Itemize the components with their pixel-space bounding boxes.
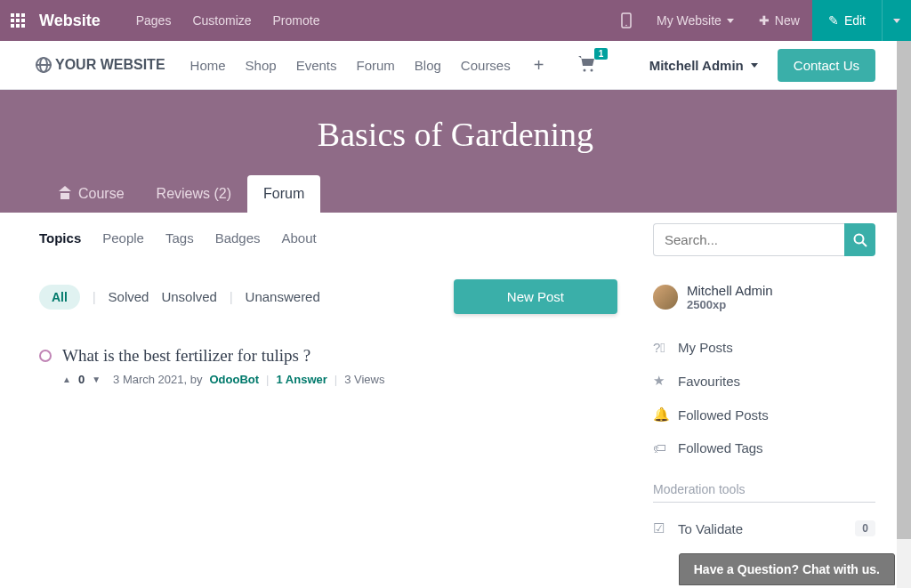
filter-solved[interactable]: Solved xyxy=(109,289,149,304)
cart-button[interactable]: 1 xyxy=(577,55,597,76)
downvote-icon[interactable]: ▼ xyxy=(92,375,101,384)
svg-point-3 xyxy=(591,68,593,71)
post-date: 3 March 2021, by xyxy=(113,373,202,386)
scrollbar-thumb[interactable] xyxy=(897,41,911,539)
brand-label[interactable]: Website xyxy=(39,12,101,30)
edit-label: Edit xyxy=(844,13,866,28)
chat-widget[interactable]: Have a Question? Chat with us. xyxy=(679,553,895,585)
cart-badge: 1 xyxy=(594,48,609,60)
globe-icon xyxy=(36,57,52,73)
site-nav: YOUR WEBSITE Home Shop Events Forum Blog… xyxy=(0,41,911,90)
post-title[interactable]: What is the best fertilizer for tulips ? xyxy=(62,346,617,366)
moderation-title: Moderation tools xyxy=(653,482,875,503)
site-logo[interactable]: YOUR WEBSITE xyxy=(36,57,165,73)
validate-count: 0 xyxy=(855,520,875,536)
post-author[interactable]: OdooBot xyxy=(210,373,260,386)
sidebar-followed-tags[interactable]: 🏷Followed Tags xyxy=(653,431,875,464)
sidebar-to-validate[interactable]: ☑To Validate0 xyxy=(653,511,875,545)
subnav-topics[interactable]: Topics xyxy=(39,230,81,246)
tab-course[interactable]: Course xyxy=(43,175,141,213)
caret-down-icon xyxy=(893,19,900,23)
sidebar-favourites[interactable]: ★Favourites xyxy=(653,364,875,398)
logo-text: YOUR WEBSITE xyxy=(55,57,165,73)
menu-customize[interactable]: Customize xyxy=(192,13,251,28)
apps-icon[interactable] xyxy=(11,13,25,28)
page-title: Basics of Gardening xyxy=(0,115,911,175)
nav-shop[interactable]: Shop xyxy=(246,58,277,73)
sidebar-label: Followed Tags xyxy=(678,440,763,455)
nav-blog[interactable]: Blog xyxy=(415,58,441,73)
post-views: 3 Views xyxy=(344,373,384,386)
scrollbar[interactable] xyxy=(897,41,911,588)
tab-reviews[interactable]: Reviews (2) xyxy=(141,175,247,213)
search-input[interactable] xyxy=(653,223,844,256)
hero-tabs: Course Reviews (2) Forum xyxy=(0,175,911,213)
admin-top-bar: Website Pages Customize Promote My Websi… xyxy=(0,0,911,41)
question-icon: ?⃝ xyxy=(653,340,667,355)
sidebar-my-posts[interactable]: ?⃝My Posts xyxy=(653,331,875,364)
subnav-tags[interactable]: Tags xyxy=(165,230,194,246)
separator: | xyxy=(230,290,233,304)
plus-icon: ✚ xyxy=(759,13,770,28)
contact-button[interactable]: Contact Us xyxy=(778,49,875,82)
search-wrap xyxy=(653,223,875,256)
svg-point-1 xyxy=(625,25,627,27)
filter-row: All | Solved Unsolved | Unanswered New P… xyxy=(39,267,617,346)
profile-widget[interactable]: Mitchell Admin 2500xp xyxy=(653,283,875,311)
star-icon: ★ xyxy=(653,373,667,389)
tab-forum[interactable]: Forum xyxy=(247,175,320,213)
menu-promote[interactable]: Promote xyxy=(273,13,320,28)
sidebar-label: To Validate xyxy=(678,521,743,536)
search-button[interactable] xyxy=(844,223,875,256)
tab-course-label: Course xyxy=(78,186,125,202)
check-icon: ☑ xyxy=(653,520,667,536)
filter-unsolved[interactable]: Unsolved xyxy=(161,289,217,304)
edit-button[interactable]: ✎Edit xyxy=(812,0,882,41)
nav-home[interactable]: Home xyxy=(190,58,226,73)
nav-add-icon[interactable]: + xyxy=(534,55,544,76)
hero-section: Basics of Gardening Course Reviews (2) F… xyxy=(0,90,911,213)
my-website-dropdown[interactable]: My Website xyxy=(644,0,746,41)
main-column: Topics People Tags Badges About All | So… xyxy=(39,223,617,545)
new-label: New xyxy=(775,13,800,28)
svg-line-5 xyxy=(862,242,867,246)
caret-down-icon xyxy=(751,63,758,68)
upvote-icon[interactable]: ▲ xyxy=(62,375,71,384)
edit-dropdown[interactable] xyxy=(882,0,911,41)
profile-name: Mitchell Admin xyxy=(687,283,773,298)
subnav-about[interactable]: About xyxy=(282,230,317,246)
bell-icon: 🔔 xyxy=(653,407,667,423)
nav-forum[interactable]: Forum xyxy=(356,58,394,73)
mobile-preview-icon[interactable] xyxy=(609,0,644,41)
svg-point-4 xyxy=(854,234,863,243)
top-menu: Pages Customize Promote xyxy=(136,13,609,28)
content: Topics People Tags Badges About All | So… xyxy=(0,213,911,545)
sidebar: Mitchell Admin 2500xp ?⃝My Posts ★Favour… xyxy=(653,223,875,545)
sidebar-label: My Posts xyxy=(678,340,733,355)
user-dropdown[interactable]: Mitchell Admin xyxy=(649,58,758,73)
post-status-icon xyxy=(39,350,52,362)
profile-xp: 2500xp xyxy=(687,298,773,311)
subnav-people[interactable]: People xyxy=(102,230,144,246)
separator: | xyxy=(335,373,337,386)
home-icon xyxy=(59,189,71,199)
sidebar-label: Favourites xyxy=(678,374,740,389)
top-right: My Website ✚New ✎Edit xyxy=(609,0,911,41)
new-button[interactable]: ✚New xyxy=(746,0,812,41)
vote-count: 0 xyxy=(78,373,85,386)
sidebar-followed-posts[interactable]: 🔔Followed Posts xyxy=(653,398,875,431)
post-answers[interactable]: 1 Answer xyxy=(276,373,327,386)
svg-point-2 xyxy=(584,68,586,71)
menu-pages[interactable]: Pages xyxy=(136,13,172,28)
separator: | xyxy=(266,373,269,386)
nav-courses[interactable]: Courses xyxy=(461,58,511,73)
filter-unanswered[interactable]: Unanswered xyxy=(246,289,320,304)
pencil-icon: ✎ xyxy=(828,13,839,28)
nav-events[interactable]: Events xyxy=(296,58,337,73)
new-post-button[interactable]: New Post xyxy=(454,279,617,314)
forum-post: What is the best fertilizer for tulips ?… xyxy=(39,346,617,386)
filter-all[interactable]: All xyxy=(39,285,80,310)
avatar xyxy=(653,285,678,310)
subnav-badges[interactable]: Badges xyxy=(215,230,261,246)
search-icon xyxy=(853,233,867,247)
